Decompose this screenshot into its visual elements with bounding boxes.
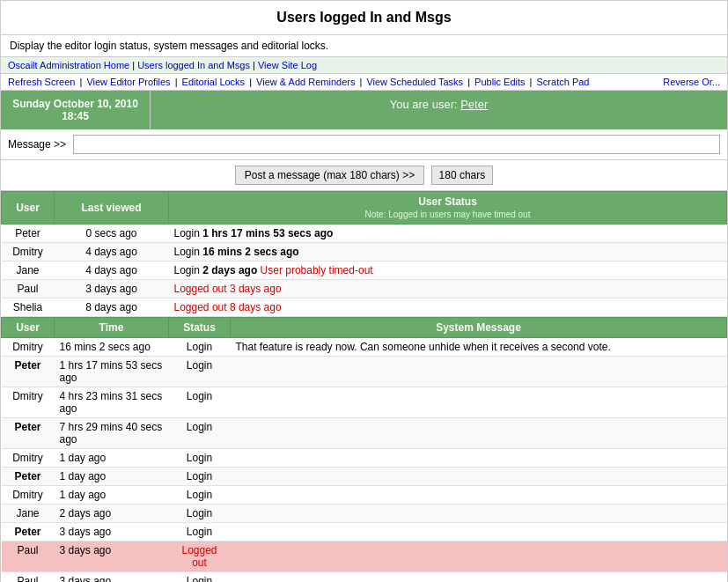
user-status-cell-data: Login 1 hrs 17 mins 53 secs ago (169, 225, 727, 243)
sys-message-cell (231, 523, 727, 541)
sys-user-cell: Dmitry (2, 486, 55, 505)
sys-user-cell: Jane (2, 505, 55, 523)
user-status-row: Jane4 days agoLogin 2 days ago User prob… (2, 262, 727, 280)
sys-user-cell: Dmitry (2, 387, 55, 418)
nav-links-left: Refresh Screen | View Editor Profiles | … (8, 77, 589, 87)
nav-view-reminders[interactable]: View & Add Reminders (256, 77, 355, 87)
sys-col-message: System Message (231, 318, 727, 338)
col-last-viewed: Last viewed (55, 192, 169, 225)
page-title: Users logged In and Msgs (10, 10, 718, 26)
nav-editor-profiles[interactable]: View Editor Profiles (86, 77, 170, 87)
page-title-section: Users logged In and Msgs (0, 0, 728, 34)
breadcrumb-viewsite[interactable]: View Site Log (258, 60, 317, 70)
sys-time-cell: 4 hrs 23 mins 31 secs ago (55, 387, 169, 418)
sys-time-cell: 3 days ago (55, 572, 169, 583)
nav-links: Refresh Screen | View Editor Profiles | … (0, 73, 728, 90)
nav-scheduled-tasks[interactable]: View Scheduled Tasks (366, 77, 463, 87)
sys-time-cell: 3 days ago (55, 523, 169, 541)
sys-col-user: User (2, 318, 55, 338)
status-header-row: Sunday October 10, 2010 18:45 You are us… (1, 91, 727, 129)
col-user: User (2, 192, 55, 225)
sys-msg-row: Peter1 day agoLogin (2, 468, 727, 486)
sys-time-cell: 16 mins 2 secs ago (55, 338, 169, 357)
user-status-cell-data: Login 16 mins 2 secs ago (169, 243, 727, 262)
user-status-table: User Last viewed User Status Note: Logge… (1, 191, 727, 317)
nav-reverse: Reverse Or... (663, 77, 720, 87)
col-user-status: User Status Note: Logged in users may ha… (169, 192, 727, 225)
sys-msg-row: Peter7 hrs 29 mins 40 secs agoLogin (2, 418, 727, 449)
sys-message-cell (231, 468, 727, 486)
sys-time-cell: 1 day ago (55, 449, 169, 468)
sys-msg-row: Peter3 days agoLogin (2, 523, 727, 541)
sys-msg-row: Dmitry4 hrs 23 mins 31 secs agoLogin (2, 387, 727, 418)
sys-status-cell: Login (169, 505, 231, 523)
user-status-row: Dmitry4 days agoLogin 16 mins 2 secs ago (2, 243, 727, 262)
user-cell: Dmitry (2, 243, 55, 262)
sys-message-cell (231, 387, 727, 418)
user-status-row: Shelia8 days agoLogged out 8 days ago (2, 298, 727, 317)
sys-status-cell: Login (169, 468, 231, 486)
user-cell: Shelia (2, 298, 55, 317)
sys-col-time: Time (55, 318, 169, 338)
user-cell: Jane (2, 262, 55, 280)
sys-status-cell: Login (169, 449, 231, 468)
sys-time-cell: 3 days ago (55, 541, 169, 572)
last-viewed-cell: 0 secs ago (55, 225, 169, 243)
sys-user-cell: Paul (2, 541, 55, 572)
sys-message-cell: That feature is ready now. Can someone u… (231, 338, 727, 357)
message-label: Message >> (8, 138, 66, 151)
sys-status-cell: Login (169, 357, 231, 387)
sys-time-cell: 1 hrs 17 mins 53 secs ago (55, 357, 169, 387)
user-status-row: Paul3 days agoLogged out 3 days ago (2, 280, 727, 298)
sys-msg-row: Paul3 days agoLoggedout (2, 541, 727, 572)
nav-public-edits[interactable]: Public Edits (474, 77, 525, 87)
user-cell: Peter (2, 225, 55, 243)
message-row: Message >> (1, 129, 727, 160)
sys-status-cell: Login (169, 572, 231, 583)
sys-message-cell (231, 505, 727, 523)
sys-time-cell: 1 day ago (55, 486, 169, 505)
page-subtitle: Display the editor login status, system … (0, 34, 728, 56)
nav-editorial-locks[interactable]: Editorial Locks (182, 77, 246, 87)
sys-status-cell: Login (169, 523, 231, 541)
sys-message-cell (231, 572, 727, 583)
sys-status-cell: Loggedout (169, 541, 231, 572)
message-input[interactable] (73, 135, 720, 154)
user-status-row: Peter0 secs agoLogin 1 hrs 17 mins 53 se… (2, 225, 727, 243)
user-status-cell-data: Logged out 3 days ago (169, 280, 727, 298)
sys-msg-row: Paul3 days agoLogin (2, 572, 727, 583)
nav-refresh[interactable]: Refresh Screen (8, 77, 75, 87)
sys-time-cell: 7 hrs 29 mins 40 secs ago (55, 418, 169, 449)
sys-status-cell: Login (169, 387, 231, 418)
date-cell: Sunday October 10, 2010 18:45 (1, 91, 151, 129)
last-viewed-cell: 3 days ago (55, 280, 169, 298)
nav-reverse-order[interactable]: Reverse Or... (663, 77, 720, 87)
sys-message-cell (231, 357, 727, 387)
sys-user-cell: Peter (2, 523, 55, 541)
sys-message-cell (231, 418, 727, 449)
user-status-cell-data: Login 2 days ago User probably timed-out (169, 262, 727, 280)
current-user-link[interactable]: Peter (460, 98, 488, 111)
breadcrumb-users[interactable]: Users logged In and Msgs (137, 60, 250, 70)
breadcrumb-home[interactable]: Oscailt Administration Home (8, 60, 129, 70)
sys-user-cell: Peter (2, 357, 55, 387)
last-viewed-cell: 8 days ago (55, 298, 169, 317)
chars-display: 180 chars (431, 166, 494, 185)
post-message-row: Post a message (max 180 chars) >> 180 ch… (1, 160, 727, 191)
user-status-cell: You are user: Peter (151, 91, 727, 129)
sys-message-cell (231, 541, 727, 572)
sys-msg-row: Jane2 days agoLogin (2, 505, 727, 523)
user-cell: Paul (2, 280, 55, 298)
post-message-button[interactable]: Post a message (max 180 chars) >> (235, 166, 424, 185)
sys-msg-row: Dmitry16 mins 2 secs agoLoginThat featur… (2, 338, 727, 357)
sys-status-cell: Login (169, 418, 231, 449)
main-wrapper: Sunday October 10, 2010 18:45 You are us… (0, 90, 728, 582)
sys-message-cell (231, 486, 727, 505)
system-message-table: User Time Status System Message Dmitry16… (1, 317, 727, 582)
user-status-cell-data: Logged out 8 days ago (169, 298, 727, 317)
sys-user-cell: Paul (2, 572, 55, 583)
sys-status-cell: Login (169, 338, 231, 357)
sys-user-cell: Dmitry (2, 449, 55, 468)
sys-status-cell: Login (169, 486, 231, 505)
nav-scratch-pad[interactable]: Scratch Pad (537, 77, 590, 87)
